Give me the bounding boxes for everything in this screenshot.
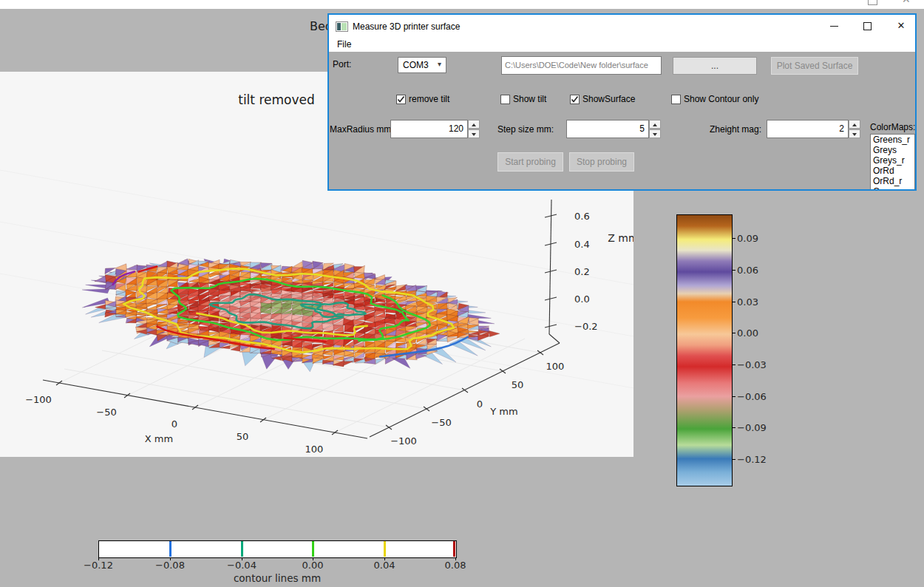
field-input-step-size-mm[interactable]: 5	[566, 120, 649, 138]
colorbar-vertical	[676, 214, 733, 486]
os-titlebar-partial: ✕	[0, 0, 924, 9]
plot-saved-surface-button[interactable]: Plot Saved Surface	[771, 57, 858, 75]
browse-button[interactable]: ...	[673, 57, 757, 75]
spin-up-icon[interactable]	[849, 120, 860, 129]
stop-probing-button[interactable]: Stop probing	[569, 152, 634, 172]
plot-title: tilt removed	[238, 92, 315, 107]
axis-tick-label: −50	[96, 407, 116, 418]
colorbar-tick-label: 0.08	[445, 560, 466, 571]
checkbox-remove-tilt[interactable]	[396, 95, 406, 104]
spinner-maxradius-mm[interactable]	[468, 120, 480, 138]
start-probing-button[interactable]: Start probing	[497, 152, 563, 172]
colorbar-tick-label: 0.03	[737, 296, 758, 308]
checkbox-show-tilt[interactable]	[500, 95, 510, 104]
field-label-zheight-mag: Zheight mag:	[710, 124, 761, 135]
field-input-maxradius-mm[interactable]: 120	[390, 120, 468, 138]
menu-file[interactable]: File	[336, 39, 353, 50]
colorbar-tick	[732, 427, 736, 428]
colorbar-tick-label: −0.08	[155, 560, 185, 571]
colormaps-listbox[interactable]: Greens_rGreysGreys_rOrRdOrRd_rOranges	[870, 134, 915, 189]
axis-tick-label: 0	[171, 418, 177, 430]
contour-level-line	[384, 541, 386, 557]
maximize-button[interactable]	[851, 15, 883, 37]
close-icon[interactable]: ✕	[902, 0, 911, 5]
colormap-item-orrd_r[interactable]: OrRd_r	[871, 176, 914, 186]
colorbar-tick	[732, 270, 736, 271]
colormap-item-oranges[interactable]: Oranges	[871, 186, 914, 189]
colorbar-tick-label: −0.12	[737, 454, 767, 465]
field-input-zheight-mag[interactable]: 2	[767, 120, 849, 138]
colorbar-tick-label: 0.06	[737, 265, 758, 276]
colorbar-tick-label: 0.00	[737, 328, 758, 339]
spinner-step-size-mm[interactable]	[649, 120, 662, 138]
colorbar-tick-label: 0.04	[374, 560, 395, 571]
colorbar-tick-label: −0.12	[84, 560, 113, 571]
port-value: COM3	[403, 60, 429, 70]
colorbar-tick	[732, 302, 736, 302]
colorbar-tick	[732, 459, 736, 460]
contour-level-line	[241, 541, 243, 557]
axis-tick-label: 100	[546, 361, 565, 372]
axis-tick-label: 0	[477, 398, 483, 410]
colormap-item-greys_r[interactable]: Greys_r	[871, 155, 914, 166]
checkbox-label-show-contour-only: Show Contour only	[684, 94, 758, 104]
spin-down-icon[interactable]	[468, 129, 480, 138]
figure-suptitle: Bed	[310, 19, 327, 34]
colormaps-label: ColorMaps:	[870, 122, 915, 132]
colorbar-tick	[732, 396, 736, 397]
axis-tick-label: 100	[305, 444, 324, 455]
axis-tick-label: 50	[237, 431, 249, 442]
dialog-titlebar[interactable]: Measure 3D printer surface ✕	[329, 15, 915, 37]
colorbar-tick-label: 0.09	[737, 233, 758, 244]
axis-tick-label: Y mm	[489, 406, 517, 417]
measure-dialog: Measure 3D printer surface ✕ File Port: …	[327, 13, 917, 191]
field-label-maxradius-mm: MaxRadius mm:	[330, 124, 394, 135]
checkbox-showsurface[interactable]	[570, 95, 580, 104]
screen: ✕ Bed −100−50050100−100−500501000.60.40.…	[0, 0, 924, 587]
colormap-item-greys[interactable]: Greys	[871, 145, 914, 155]
dialog-title: Measure 3D printer surface	[353, 21, 460, 32]
colormap-item-greens_r[interactable]: Greens_r	[871, 135, 914, 145]
colorbar-tick-label: −0.06	[737, 391, 767, 402]
axis-tick-label: −100	[25, 394, 52, 405]
spinner-zheight-mag[interactable]	[849, 120, 861, 138]
colorbar-tick-label: 0.00	[302, 560, 324, 571]
checkbox-show-contour-only[interactable]	[671, 95, 681, 104]
contour-level-line	[453, 541, 455, 557]
contour-level-line	[312, 541, 314, 557]
port-combobox[interactable]: COM3 ▾	[398, 57, 446, 73]
checkbox-label-showsurface: ShowSurface	[582, 94, 635, 104]
minimize-button[interactable]	[818, 15, 850, 37]
contour-colorbar-label: contour lines mm	[234, 572, 321, 584]
dialog-body: Port: COM3 ▾ C:\Users\DOE\Code\New folde…	[329, 52, 915, 189]
axis-tick-label: −100	[390, 435, 417, 447]
colorbar-tick	[732, 333, 736, 333]
close-button[interactable]: ✕	[885, 15, 917, 37]
colorbar-tick-label: −0.04	[227, 560, 257, 571]
axis-tick-label: 50	[512, 379, 524, 390]
spin-down-icon[interactable]	[649, 129, 661, 138]
colorbar-tick	[732, 364, 736, 365]
spin-up-icon[interactable]	[468, 120, 480, 129]
spin-up-icon[interactable]	[649, 120, 661, 129]
spin-down-icon[interactable]	[849, 129, 860, 138]
colormap-item-orrd[interactable]: OrRd	[871, 166, 914, 176]
colorbar-tick	[732, 238, 736, 239]
axis-tick-label: −50	[431, 417, 451, 428]
axis-tick-label: 0.2	[574, 266, 590, 277]
axis-tick-label: −0.2	[574, 321, 598, 332]
file-path-field[interactable]: C:\Users\DOE\Code\New folder\surface	[501, 56, 662, 75]
port-label: Port:	[333, 59, 351, 69]
field-label-step-size-mm: Step size mm:	[497, 124, 554, 135]
chevron-down-icon: ▾	[438, 60, 441, 68]
axis-tick-label: 0.4	[574, 239, 590, 250]
contour-level-line	[169, 541, 171, 557]
axis-tick-label: 0.6	[574, 211, 590, 222]
axis-tick-label: X mm	[145, 433, 173, 444]
colorbar-tick-label: −0.03	[737, 359, 767, 370]
colorbar-contour	[98, 540, 457, 558]
axis-tick-label: 0.0	[574, 294, 590, 305]
app-icon	[336, 21, 348, 32]
maximize-icon[interactable]	[868, 0, 877, 5]
menubar: File	[329, 37, 915, 52]
